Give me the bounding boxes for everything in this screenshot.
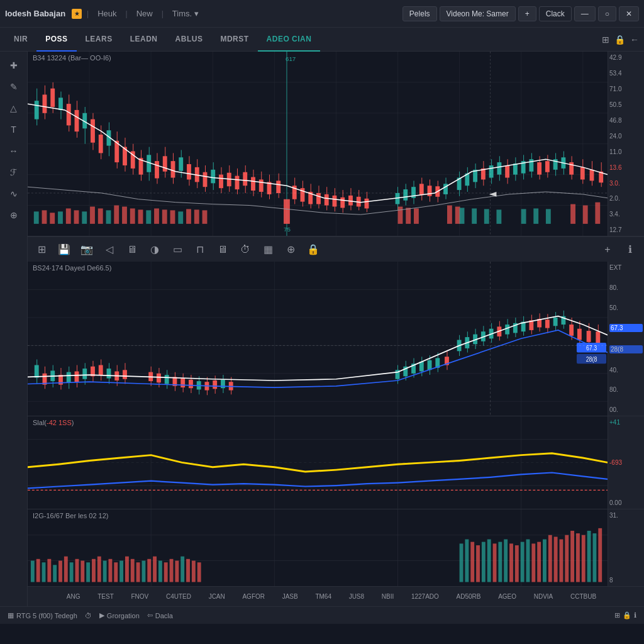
chart2-label: BS24·174 Dayed De66.5)	[33, 264, 111, 272]
svg-rect-17	[43, 94, 47, 113]
menu-tims[interactable]: Tims. ▾	[169, 8, 203, 19]
x-label: TEST	[97, 593, 114, 600]
tab-nir[interactable]: NIR	[5, 28, 36, 52]
grid-icon[interactable]: ⊞	[602, 35, 609, 45]
tool-measure[interactable]: ↔	[4, 142, 24, 160]
svg-rect-352	[493, 543, 497, 582]
svg-rect-157	[98, 208, 103, 223]
svg-rect-62	[211, 170, 215, 184]
toolbar-camera[interactable]: 📷	[78, 241, 96, 258]
videon-me-button[interactable]: Videon Me: Samer	[440, 6, 516, 21]
toolbar-bars[interactable]: ▦	[259, 241, 277, 258]
chart-pane-1: B34 13224 (Bar— OO-I6)	[28, 52, 644, 236]
lock-icon[interactable]: 🔒	[614, 35, 625, 45]
minimize-button[interactable]: —	[574, 6, 596, 21]
tool-wave[interactable]: ∿	[4, 185, 24, 203]
svg-rect-124	[497, 162, 501, 175]
lock-icon-right[interactable]: 🔒	[623, 611, 631, 619]
toolbar-settings[interactable]: ⊕	[282, 241, 299, 258]
svg-rect-172	[398, 207, 403, 224]
svg-rect-171	[284, 199, 290, 224]
toolbar-grid[interactable]: ⊞	[33, 241, 50, 258]
svg-rect-240	[213, 380, 217, 389]
svg-rect-208	[67, 372, 71, 383]
info-icon-right[interactable]: ℹ	[634, 611, 636, 619]
add-button[interactable]: +	[518, 6, 536, 21]
x-label: 1227ADO	[411, 593, 439, 600]
restore-button[interactable]: ○	[598, 6, 616, 21]
toolbar-contrast[interactable]: ◑	[146, 241, 164, 258]
tab-leadn[interactable]: LEADN	[121, 28, 167, 52]
tab-mdrst[interactable]: MDRST	[211, 28, 257, 52]
status-icon: ▦	[8, 611, 14, 619]
svg-rect-222	[123, 370, 127, 379]
toolbar-save[interactable]: 💾	[55, 241, 73, 258]
svg-rect-175	[447, 206, 452, 224]
svg-rect-323	[75, 559, 79, 582]
svg-rect-15	[35, 101, 39, 119]
toolbar-rect[interactable]: ▭	[169, 241, 186, 258]
tab-lears[interactable]: LEARS	[77, 28, 121, 52]
svg-rect-367	[576, 533, 580, 582]
clack-button[interactable]: Clack	[539, 6, 572, 21]
menu-new[interactable]: New	[133, 8, 157, 19]
scale-val: 0.00	[609, 499, 643, 506]
toolbar-lock2[interactable]: 🔒	[304, 241, 322, 258]
grid-icon-right[interactable]: ⊞	[614, 611, 620, 619]
svg-rect-335	[142, 560, 145, 582]
scale-val: -693	[609, 459, 643, 466]
tool-cursor[interactable]: ✚	[4, 57, 24, 74]
svg-rect-161	[130, 208, 135, 223]
svg-rect-102	[403, 189, 408, 201]
toolbar-add[interactable]: +	[599, 241, 616, 258]
tab-ablus[interactable]: ABLUS	[167, 28, 212, 52]
svg-rect-340	[170, 559, 174, 582]
svg-rect-170	[203, 210, 208, 224]
svg-rect-74	[259, 179, 264, 192]
toolbar-clock[interactable]: ⏱	[236, 241, 254, 258]
svg-rect-126	[505, 165, 509, 178]
app-title: Iodesh Babajan	[5, 9, 65, 18]
tool-draw[interactable]: ✎	[4, 78, 24, 96]
scale-val: 00.	[609, 406, 643, 413]
svg-rect-166	[170, 210, 175, 224]
chart-pane-2: BS24·174 Dayed De66.5)	[28, 262, 644, 416]
tool-shapes[interactable]: △	[4, 99, 24, 117]
nav-tabs: NIR POSS LEARS LEADN ABLUS MDRST ADEO CI…	[0, 28, 644, 52]
svg-rect-52	[171, 161, 175, 177]
separator: |	[126, 9, 128, 18]
svg-rect-347	[465, 539, 469, 582]
toolbar-info[interactable]: ℹ	[621, 241, 639, 258]
toolbar-monitor[interactable]: 🖥	[123, 241, 141, 258]
tab-adeo-cian[interactable]: ADEO CIAN	[258, 28, 321, 52]
svg-rect-136	[545, 161, 550, 172]
scale-val: 53.4	[609, 70, 643, 77]
svg-rect-128	[513, 164, 518, 175]
back-icon[interactable]: ←	[630, 35, 639, 45]
toolbar-screen[interactable]: 🖥	[214, 241, 231, 258]
pelels-button[interactable]: Pelels	[402, 6, 437, 21]
svg-rect-186	[595, 203, 600, 224]
scale-val: 3.0.	[609, 180, 643, 187]
toolbar-replay[interactable]: ◁	[101, 241, 118, 258]
tool-pattern[interactable]: ⊕	[4, 206, 24, 224]
svg-rect-226	[157, 374, 161, 382]
svg-rect-370	[592, 533, 596, 582]
svg-rect-23	[67, 104, 71, 125]
svg-rect-216	[99, 365, 103, 375]
status-clock: ⏱	[85, 612, 92, 619]
x-label: ANG	[67, 593, 80, 600]
svg-rect-355	[509, 543, 513, 582]
svg-rect-167	[178, 211, 183, 224]
toolbar-window[interactable]: ⊓	[191, 241, 209, 258]
tab-poss[interactable]: POSS	[36, 28, 76, 52]
scale-val: 12.7	[609, 226, 643, 233]
scale-val: 50.	[609, 304, 643, 311]
chart3-svg	[28, 416, 608, 509]
tool-text[interactable]: T	[4, 121, 24, 138]
menu-heuk[interactable]: Heuk	[94, 8, 120, 19]
chart4-svg	[28, 509, 608, 586]
close-button[interactable]: ✕	[619, 6, 639, 21]
clock-icon: ⏱	[85, 612, 92, 619]
tool-fib[interactable]: ℱ	[4, 164, 24, 181]
